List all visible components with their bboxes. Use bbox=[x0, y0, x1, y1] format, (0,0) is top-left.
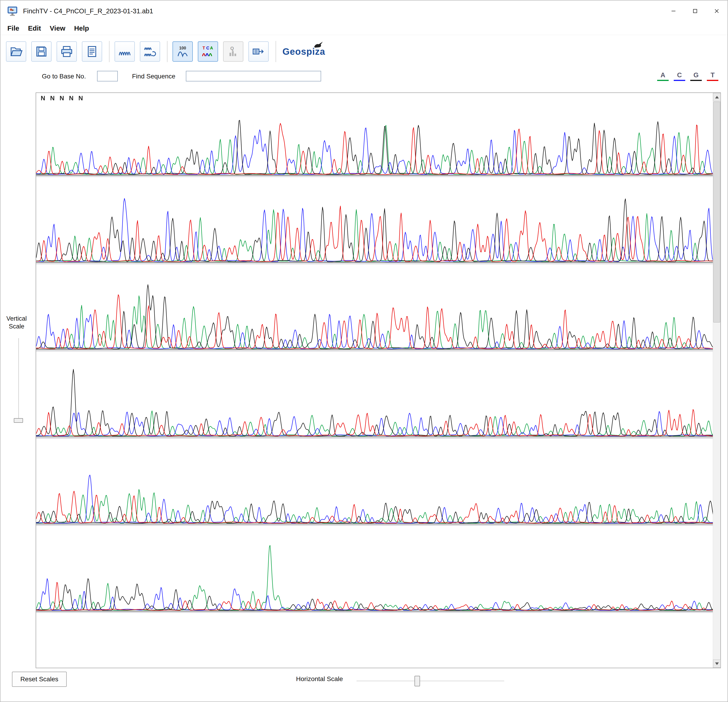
tca-trace-icon: T C A bbox=[201, 45, 215, 58]
scale-100-button[interactable]: 100 bbox=[172, 41, 193, 62]
finchtv-window: FinchTV - C4_PnCOI_F_R_2023-01-31.ab1 Fi… bbox=[0, 0, 728, 702]
menu-item-help[interactable]: Help bbox=[74, 25, 89, 32]
vertical-scale-slider-handle[interactable] bbox=[14, 418, 23, 423]
maximize-button[interactable] bbox=[684, 0, 706, 22]
wrapped-trace-icon bbox=[143, 45, 157, 58]
vertical-scale-label: Vertical Scale bbox=[3, 315, 30, 330]
legend-base-a: A bbox=[657, 71, 669, 81]
minimize-button[interactable] bbox=[663, 0, 684, 22]
base-calls-button[interactable]: T C A bbox=[198, 41, 218, 62]
quality-values-button[interactable]: Q bbox=[223, 41, 243, 62]
vertical-scale-slider-track[interactable] bbox=[19, 338, 19, 423]
toolbar-separator bbox=[109, 41, 110, 62]
menu-bar: FileEditViewHelp bbox=[0, 22, 728, 35]
trace-area: N N N N N bbox=[36, 92, 721, 668]
menu-item-edit[interactable]: Edit bbox=[28, 25, 41, 32]
toolbar: 100 T C A Q bbox=[0, 35, 728, 68]
menu-item-view[interactable]: View bbox=[50, 25, 65, 32]
save-floppy-icon bbox=[35, 45, 48, 58]
scroll-down-button[interactable] bbox=[713, 659, 721, 668]
controls-row: Go to Base No. Find Sequence ACGT bbox=[0, 69, 728, 85]
goto-base-label: Go to Base No. bbox=[42, 73, 86, 80]
svg-text:C: C bbox=[206, 46, 209, 51]
find-sequence-label: Find Sequence bbox=[132, 73, 175, 80]
svg-text:A: A bbox=[210, 46, 213, 51]
base-call-labels: N N N N N bbox=[41, 95, 83, 102]
horizontal-scale-slider-handle[interactable] bbox=[415, 676, 420, 686]
svg-text:Q: Q bbox=[230, 46, 234, 51]
open-file-button[interactable] bbox=[6, 41, 26, 62]
reverse-complement-icon bbox=[252, 45, 265, 58]
sequence-info-button[interactable] bbox=[82, 41, 102, 62]
printer-icon bbox=[60, 45, 74, 58]
svg-text:100: 100 bbox=[179, 46, 186, 51]
reset-scales-button[interactable]: Reset Scales bbox=[12, 672, 67, 687]
svg-text:T: T bbox=[202, 46, 205, 51]
window-title: FinchTV - C4_PnCOI_F_R_2023-01-31.ab1 bbox=[23, 7, 153, 15]
reverse-complement-button[interactable] bbox=[248, 41, 269, 62]
toolbar-separator bbox=[167, 41, 168, 62]
scroll-up-button[interactable] bbox=[713, 93, 721, 101]
scrollbar-thumb[interactable] bbox=[713, 102, 720, 322]
trace-view-icon bbox=[118, 45, 131, 58]
legend-base-g: G bbox=[690, 71, 702, 81]
goto-base-input[interactable] bbox=[97, 71, 118, 81]
scroll-down-arrow-icon bbox=[715, 662, 719, 665]
print-button[interactable] bbox=[56, 41, 77, 62]
legend-base-c: C bbox=[674, 71, 685, 81]
legend-base-t: T bbox=[707, 71, 718, 81]
quality-bars-icon: Q bbox=[227, 45, 240, 58]
menu-item-file[interactable]: File bbox=[7, 25, 19, 32]
horizontal-scale-label: Horizontal Scale bbox=[296, 675, 343, 683]
title-bar: FinchTV - C4_PnCOI_F_R_2023-01-31.ab1 bbox=[0, 0, 728, 22]
find-sequence-input[interactable] bbox=[186, 71, 321, 81]
geospiza-bird-icon bbox=[313, 40, 327, 50]
base-color-legend: ACGT bbox=[652, 71, 718, 81]
app-icon bbox=[7, 6, 18, 17]
open-folder-icon bbox=[9, 45, 23, 58]
wrapped-trace-button[interactable] bbox=[140, 41, 160, 62]
vertical-scrollbar[interactable] bbox=[713, 93, 721, 668]
geospiza-logo[interactable]: Geospiza bbox=[282, 46, 325, 57]
toolbar-separator bbox=[276, 41, 276, 62]
close-button[interactable] bbox=[706, 0, 728, 22]
scale-100-icon: 100 bbox=[176, 45, 189, 58]
scroll-up-arrow-icon bbox=[715, 96, 719, 98]
info-document-icon bbox=[85, 45, 99, 58]
single-pane-trace-button[interactable] bbox=[114, 41, 135, 62]
chromatogram-canvas[interactable] bbox=[36, 93, 713, 668]
save-button[interactable] bbox=[31, 41, 52, 62]
horizontal-scale-slider-track[interactable] bbox=[357, 681, 504, 682]
